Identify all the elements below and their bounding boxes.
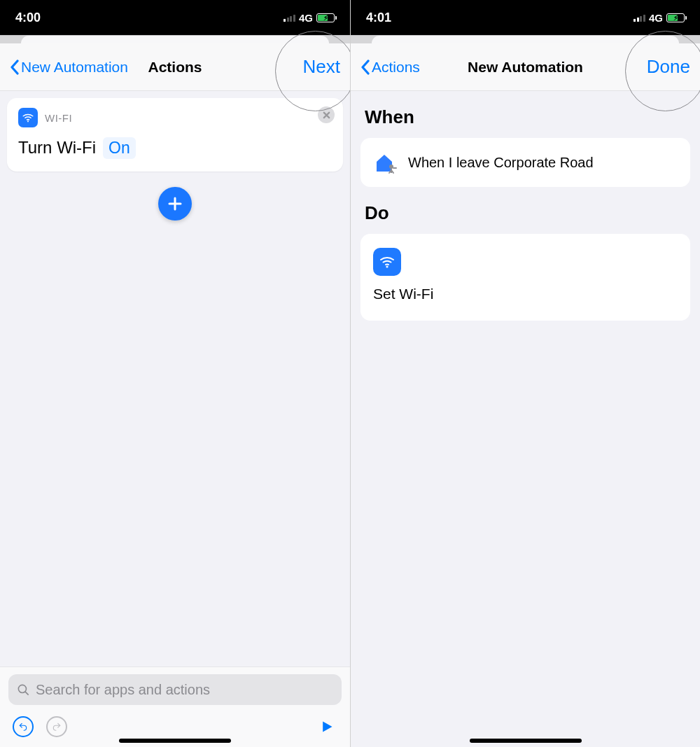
- status-time: 4:00: [15, 11, 41, 25]
- add-action-button[interactable]: [158, 187, 192, 221]
- screenshot-left: 4:00 4G ⚡︎ New Automation Actions Next W…: [0, 0, 350, 747]
- content-area: WI-FI Turn Wi-Fi On: [0, 91, 350, 747]
- svg-marker-7: [323, 722, 332, 732]
- do-text: Set Wi-Fi: [373, 286, 433, 302]
- search-icon: [17, 683, 30, 697]
- home-indicator[interactable]: [119, 739, 231, 743]
- svg-line-6: [25, 691, 29, 694]
- nav-bar: Actions New Automation Done: [351, 43, 700, 91]
- back-button[interactable]: Actions: [360, 59, 420, 76]
- network-label: 4G: [299, 12, 313, 24]
- battery-icon: ⚡︎: [316, 13, 335, 22]
- play-icon: [320, 720, 334, 734]
- status-right: 4G ⚡︎: [284, 12, 335, 24]
- do-heading: Do: [365, 202, 686, 224]
- signal-icon: [634, 13, 645, 22]
- bottom-panel: Search for apps and actions: [0, 666, 350, 747]
- back-button[interactable]: New Automation: [10, 59, 128, 76]
- chevron-left-icon: [360, 60, 370, 75]
- nav-bar: New Automation Actions Next: [0, 43, 350, 91]
- svg-point-5: [18, 685, 26, 692]
- do-row[interactable]: Set Wi-Fi: [360, 234, 690, 321]
- signal-icon: [284, 13, 295, 22]
- screenshot-right: 4:01 4G ⚡︎ Actions New Automation Done W…: [350, 0, 700, 747]
- close-icon: [323, 111, 330, 119]
- when-text: When I leave Corporate Road: [408, 155, 594, 171]
- redo-icon: [52, 722, 62, 732]
- card-stack-indicator: [351, 35, 700, 43]
- battery-icon: ⚡︎: [666, 13, 685, 22]
- chevron-left-icon: [10, 60, 20, 75]
- redo-button[interactable]: [46, 716, 67, 737]
- network-label: 4G: [649, 12, 663, 24]
- status-bar: 4:00 4G ⚡︎: [0, 0, 350, 35]
- action-category: WI-FI: [45, 112, 72, 124]
- when-heading: When: [365, 106, 686, 128]
- undo-button[interactable]: [13, 716, 34, 737]
- wifi-icon: [373, 248, 401, 276]
- leave-home-icon: [373, 151, 397, 174]
- home-indicator[interactable]: [470, 739, 582, 743]
- card-stack-indicator: [0, 35, 350, 43]
- action-param[interactable]: On: [103, 137, 136, 159]
- remove-action-button[interactable]: [318, 106, 335, 123]
- svg-point-0: [28, 121, 29, 122]
- svg-point-9: [386, 266, 387, 267]
- status-right: 4G ⚡︎: [634, 12, 685, 24]
- action-text: Turn Wi-Fi: [18, 138, 96, 158]
- done-button[interactable]: Done: [647, 56, 690, 78]
- undo-icon: [18, 722, 28, 732]
- next-button[interactable]: Next: [303, 56, 340, 78]
- action-card[interactable]: WI-FI Turn Wi-Fi On: [7, 98, 343, 172]
- back-label: New Automation: [21, 59, 128, 76]
- content-area: When When I leave Corporate Road Do Set …: [351, 91, 700, 747]
- status-bar: 4:01 4G ⚡︎: [351, 0, 700, 35]
- wifi-icon: [18, 108, 38, 127]
- run-button[interactable]: [316, 716, 337, 737]
- back-label: Actions: [372, 59, 420, 76]
- plus-icon: [167, 195, 183, 212]
- search-input[interactable]: Search for apps and actions: [8, 674, 342, 705]
- when-row[interactable]: When I leave Corporate Road: [360, 138, 690, 187]
- status-time: 4:01: [366, 11, 391, 25]
- search-placeholder: Search for apps and actions: [36, 682, 210, 698]
